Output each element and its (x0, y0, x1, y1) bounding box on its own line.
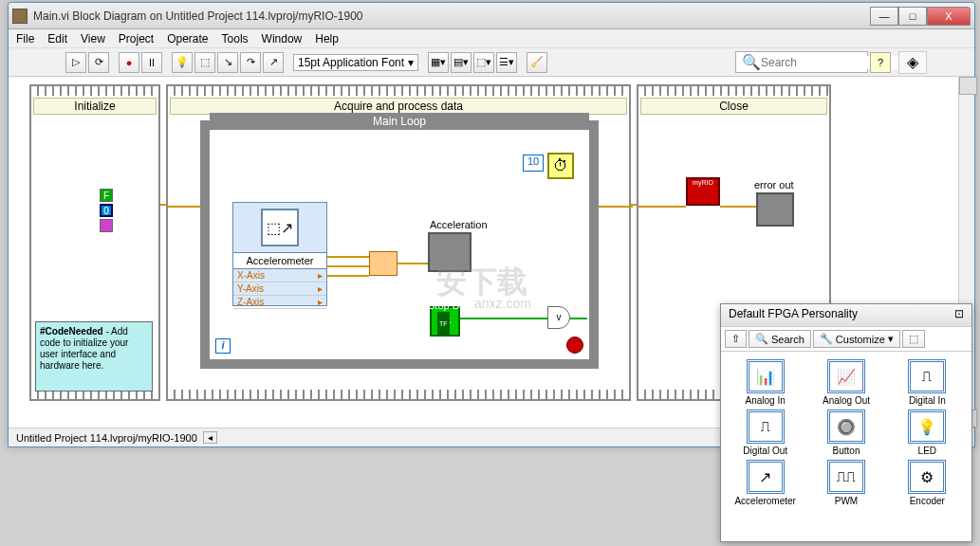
step-out-button[interactable]: ↗ (263, 52, 284, 73)
window-title: Main.vi Block Diagram on Untitled Projec… (33, 9, 870, 23)
acceleration-label: Acceleration (430, 219, 488, 230)
palette-analog-out[interactable]: 📈Analog Out (805, 359, 886, 406)
stop-button-control[interactable]: Stop Button OK TF (430, 306, 460, 337)
palette-up-button[interactable]: ⇧ (725, 330, 747, 348)
palette-pin-icon[interactable]: ⊡ (954, 307, 964, 323)
frame-initialize-label: Initialize (33, 98, 157, 115)
wait-constant[interactable]: 10 (523, 155, 544, 172)
menu-project[interactable]: Project (119, 32, 154, 46)
loop-iteration-terminal[interactable]: i (215, 338, 231, 354)
distribute-button[interactable]: ▤▾ (451, 52, 472, 73)
wire (327, 275, 369, 277)
menu-operate[interactable]: Operate (167, 32, 208, 46)
highlight-button[interactable]: 💡 (172, 52, 193, 73)
palette-digital-out[interactable]: ⎍Digital Out (725, 410, 805, 456)
wire (460, 318, 547, 319)
reset-vi-text: myRIO (693, 179, 713, 186)
accel-x-row: X-Axis▸ (233, 269, 326, 282)
while-loop-label: Main Loop (210, 113, 589, 130)
error-out-label: error out (754, 179, 794, 191)
titlebar: Main.vi Block Diagram on Untitled Projec… (9, 3, 974, 29)
code-needed-note[interactable]: #CodeNeeded - Add code to initialize you… (35, 321, 153, 391)
menu-window[interactable]: Window (262, 32, 303, 46)
error-wire (638, 206, 686, 208)
frame-close-label: Close (640, 98, 827, 115)
wire (398, 263, 428, 264)
error-wire (631, 204, 637, 206)
palette-led[interactable]: 💡LED (887, 410, 968, 456)
palette-pwm[interactable]: ⎍⎍PWM (805, 460, 886, 506)
error-wire (599, 206, 633, 208)
palette-grid: 📊Analog In 📈Analog Out ⎍Digital In ⎍Digi… (721, 352, 971, 514)
stop-tf-indicator: TF (437, 312, 450, 337)
menu-tools[interactable]: Tools (222, 32, 249, 46)
stop-button-label: Stop Button (428, 293, 483, 318)
acceleration-indicator[interactable]: Acceleration (428, 232, 472, 272)
menu-help[interactable]: Help (315, 32, 339, 46)
cleanup-button[interactable]: 🧹 (527, 52, 547, 73)
functions-palette[interactable]: Default FPGA Personality ⊡ ⇧ 🔍 Search 🔧 … (720, 303, 972, 542)
step-into-button[interactable]: ↘ (217, 52, 238, 73)
note-bold: #CodeNeeded (40, 326, 103, 337)
run-button[interactable]: ▷ (65, 52, 86, 73)
run-continuous-button[interactable]: ⟳ (88, 52, 109, 73)
align-button[interactable]: ▦▾ (428, 52, 449, 73)
wire (327, 256, 369, 258)
pause-button[interactable]: II (141, 52, 162, 73)
error-wire (160, 204, 166, 206)
bundle-node[interactable] (100, 219, 113, 232)
palette-search-button[interactable]: 🔍 Search (749, 330, 811, 348)
palette-title-text: Default FPGA Personality (729, 307, 858, 323)
font-selector[interactable]: 15pt Application Font▾ (293, 54, 418, 71)
maximize-button[interactable]: □ (898, 7, 927, 26)
resize-button[interactable]: ⬚▾ (473, 52, 494, 73)
numeric-constant-zero[interactable]: 0 (100, 204, 113, 217)
build-array-node[interactable] (369, 251, 398, 276)
vi-icon[interactable]: ◈ (898, 51, 927, 74)
window-buttons: — □ X (870, 7, 971, 26)
while-loop[interactable]: Main Loop 10 ⏱ ⬚↗ Accelerometer X-Axis▸ … (200, 120, 599, 369)
wait-ms-node[interactable]: ⏱ (547, 153, 574, 179)
step-over-button[interactable]: ↷ (240, 52, 261, 73)
palette-view-button[interactable]: ⬚ (902, 330, 925, 348)
frame-acquire[interactable]: Acquire and process data Main Loop 10 ⏱ … (166, 84, 631, 401)
or-gate[interactable]: v (547, 306, 570, 329)
reorder-button[interactable]: ☰▾ (496, 52, 517, 73)
wire (570, 318, 587, 319)
loop-condition-terminal[interactable] (566, 337, 583, 354)
search-box[interactable]: 🔍 (735, 51, 868, 73)
minimize-button[interactable]: — (870, 7, 898, 26)
accelerometer-icon: ⬚↗ (261, 209, 299, 246)
accel-y-row: Y-Axis▸ (233, 282, 326, 296)
help-button[interactable]: ? (870, 52, 891, 73)
status-text: Untitled Project 114.lvproj/myRIO-1900 (16, 432, 197, 444)
accelerometer-title: Accelerometer (233, 252, 326, 269)
search-icon: 🔍 (742, 53, 761, 71)
close-button[interactable]: X (927, 7, 971, 26)
reset-vi-label: Reset myRIO.vi (673, 164, 746, 175)
menu-view[interactable]: View (81, 32, 105, 46)
accelerometer-express-vi[interactable]: ⬚↗ Accelerometer X-Axis▸ Y-Axis▸ Z-Axis▸ (232, 202, 327, 306)
boolean-constant-false[interactable]: F (100, 189, 113, 202)
app-icon (12, 9, 28, 24)
retain-wire-button[interactable]: ⬚ (194, 52, 215, 73)
wire (327, 265, 369, 267)
palette-digital-in[interactable]: ⎍Digital In (887, 359, 968, 406)
error-wire (720, 206, 756, 208)
reset-myrio-vi[interactable]: Reset myRIO.vi myRIO (686, 177, 720, 206)
palette-encoder[interactable]: ⚙Encoder (887, 460, 968, 506)
palette-analog-in[interactable]: 📊Analog In (725, 359, 805, 406)
palette-accelerometer[interactable]: ↗Accelerometer (725, 460, 805, 506)
palette-titlebar: Default FPGA Personality ⊡ (721, 304, 971, 327)
toolbar: ▷ ⟳ ● II 💡 ⬚ ↘ ↷ ↗ 15pt Application Font… (9, 48, 974, 77)
status-chevron-icon[interactable]: ◂ (203, 431, 217, 444)
error-wire (168, 206, 200, 208)
error-out-indicator[interactable]: error out (756, 192, 794, 227)
accel-z-row: Z-Axis▸ (233, 296, 326, 309)
abort-button[interactable]: ● (119, 52, 139, 73)
palette-button[interactable]: 🔘Button (805, 410, 886, 456)
menu-file[interactable]: File (16, 32, 34, 46)
palette-customize-button[interactable]: 🔧 Customize▾ (813, 330, 900, 348)
menu-edit[interactable]: Edit (47, 32, 67, 46)
menubar: File Edit View Project Operate Tools Win… (9, 29, 974, 48)
